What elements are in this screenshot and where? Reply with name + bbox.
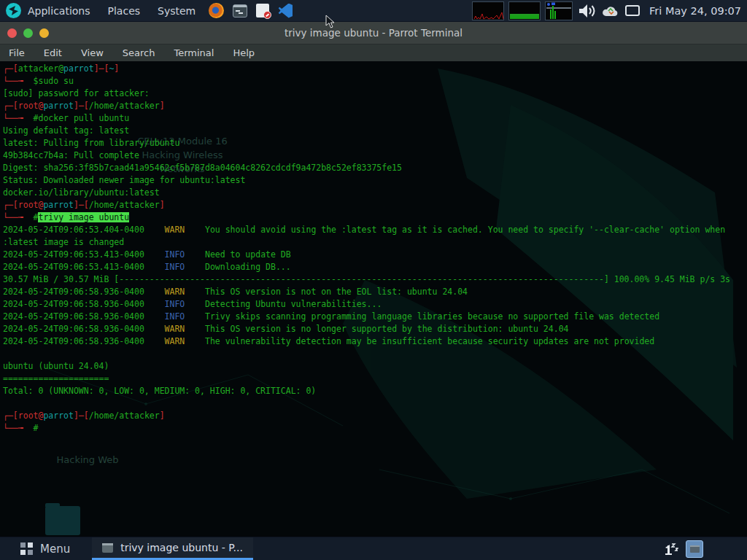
terminal-output: ┌─[attacker@parrot]─[~]└──╼ $sudo su[sud… (3, 63, 730, 435)
window-controls (7, 28, 49, 38)
top-menu-system[interactable]: System (158, 0, 196, 22)
terminal-line: [sudo] password for attacker: (3, 88, 730, 100)
terminal-line: 2024-05-24T09:06:53.413-0400 INFO Need t… (3, 249, 730, 261)
terminal-line: Total: 0 (UNKNOWN: 0, LOW: 0, MEDIUM: 0,… (3, 385, 730, 397)
terminal-window-icon (102, 543, 113, 553)
terminal-menubar: FileEditViewSearchTerminalHelp (0, 44, 747, 61)
terminal-content[interactable]: CEHv13 Module 16 Hacking Wireless Networ… (0, 61, 747, 537)
terminal-launcher-icon[interactable] (233, 4, 247, 18)
top-menu-applications[interactable]: Applications (28, 0, 90, 22)
terminal-line: └──╼ # (3, 422, 730, 435)
menubar-item-help[interactable]: Help (233, 47, 255, 58)
terminal-line: ===================== (3, 373, 730, 385)
terminal-line (3, 348, 730, 360)
terminal-line: 2024-05-24T09:06:53.404-0400 WARN You sh… (3, 224, 730, 236)
terminal-titlebar[interactable]: trivy image ubuntu - Parrot Terminal (0, 22, 747, 44)
terminal-line: Status: Downloaded newer image for ubunt… (3, 174, 730, 187)
menubar-item-edit[interactable]: Edit (44, 47, 62, 58)
minimize-button[interactable] (23, 28, 33, 38)
terminal-line: 49b384cc7b4a: Pull complete (3, 149, 730, 162)
terminal-line (3, 397, 730, 410)
taskbar-window-label: trivy image ubuntu - P... (120, 542, 243, 553)
network-graph-icon[interactable] (545, 1, 573, 20)
cpu-graph-icon[interactable] (472, 1, 504, 20)
desktop-icon-label-web: Hacking Web (40, 453, 135, 467)
menu-button-label: Menu (40, 542, 70, 556)
cloud-sync-icon[interactable] (601, 4, 620, 18)
terminal-line: 2024-05-24T09:06:58.936-0400 WARN The vu… (3, 335, 730, 348)
terminal-line: ubuntu (ubuntu 24.04) (3, 360, 730, 373)
parrot-menu-icon[interactable] (6, 3, 21, 18)
menu-grid-icon (20, 542, 33, 555)
mouse-cursor (325, 15, 336, 29)
menubar-item-view[interactable]: View (81, 47, 104, 58)
terminal-line: 2024-05-24T09:06:58.936-0400 WARN This O… (3, 323, 730, 335)
window-title: trivy image ubuntu - Parrot Terminal (0, 22, 747, 44)
vscode-icon[interactable] (278, 4, 293, 18)
memory-graph-icon[interactable] (508, 1, 541, 20)
taskbar-menu-button[interactable]: Menu (0, 537, 82, 560)
menubar-item-search[interactable]: Search (123, 47, 155, 58)
desktop: ApplicationsPlacesSystem (0, 0, 747, 560)
maximize-button[interactable] (39, 28, 49, 38)
terminal-line: :latest image is changed (3, 236, 730, 249)
system-tray: Fri May 24, 09:07 (472, 1, 747, 20)
taskbar: Menu trivy image ubuntu - P... (0, 537, 747, 560)
launcher-icons (209, 3, 293, 18)
firefox-icon[interactable] (209, 3, 224, 18)
workspace-pager[interactable] (686, 540, 703, 558)
terminal-line: latest: Pulling from library/ubuntu (3, 137, 730, 149)
terminal-line: 2024-05-24T09:06:53.413-0400 INFO Downlo… (3, 261, 730, 273)
workspace-indicator-icon[interactable] (662, 541, 678, 557)
taskbar-right (662, 540, 747, 558)
terminal-line: └──╼ #docker pull ubuntu (3, 112, 730, 125)
terminal-line: └──╼ #trivy image ubuntu (3, 211, 730, 224)
menubar-item-terminal[interactable]: Terminal (174, 47, 214, 58)
terminal-line: ┌─[root@parrot]─[/home/attacker] (3, 199, 730, 211)
terminal-line: Digest: sha256:3f85b7caad41a95462cf5b787… (3, 162, 730, 174)
editor-badge-icon (263, 11, 271, 19)
display-icon[interactable] (624, 4, 640, 18)
clock[interactable]: Fri May 24, 09:07 (649, 5, 741, 17)
top-menus: ApplicationsPlacesSystem (28, 0, 196, 22)
volume-icon[interactable] (577, 2, 597, 20)
terminal-line: 2024-05-24T09:06:58.936-0400 INFO Detect… (3, 298, 730, 311)
terminal-line: ┌─[root@parrot]─[/home/attacker] (3, 100, 730, 112)
menubar-item-file[interactable]: File (9, 47, 25, 58)
top-menu-places[interactable]: Places (108, 0, 141, 22)
terminal-line: Using default tag: latest (3, 125, 730, 137)
terminal-line: 30.57 MiB / 30.57 MiB [-----------------… (3, 273, 730, 286)
top-panel: ApplicationsPlacesSystem (0, 0, 747, 22)
folder-icon (45, 506, 80, 535)
terminal-line: └──╼ $sudo su (3, 75, 730, 88)
terminal-line: ┌─[root@parrot]─[/home/attacker] (3, 410, 730, 422)
terminal-line: 2024-05-24T09:06:58.936-0400 INFO Trivy … (3, 311, 730, 323)
text-editor-icon[interactable] (256, 4, 269, 18)
terminal-line: ┌─[attacker@parrot]─[~] (3, 63, 730, 75)
close-button[interactable] (7, 28, 17, 38)
terminal-line: docker.io/library/ubuntu:latest (3, 187, 730, 199)
terminal-line: 2024-05-24T09:06:58.936-0400 WARN This O… (3, 286, 730, 298)
taskbar-window-button[interactable]: trivy image ubuntu - P... (92, 537, 253, 560)
